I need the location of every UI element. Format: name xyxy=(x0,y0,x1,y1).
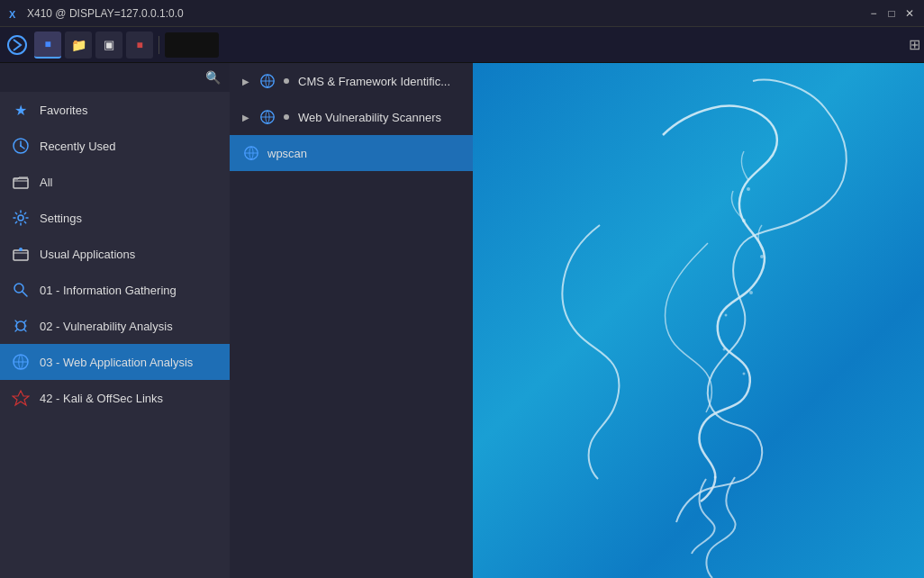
dragon-icon xyxy=(12,389,30,407)
search-icon[interactable]: 🔍 xyxy=(205,70,221,85)
menu-item-vuln-analysis[interactable]: 02 - Vulnerability Analysis xyxy=(0,308,230,344)
info-gathering-label: 01 - Information Gathering xyxy=(40,284,177,297)
web-vuln-globe-icon xyxy=(259,109,276,125)
favorites-icon: ★ xyxy=(11,100,31,120)
cms-globe-icon xyxy=(259,73,276,89)
maximize-button[interactable]: □ xyxy=(884,6,899,21)
app-icon: X xyxy=(7,6,22,21)
all-label: All xyxy=(40,176,52,189)
usual-apps-icon xyxy=(11,244,31,264)
kali-dragon-svg xyxy=(483,63,915,578)
wpscan-icon xyxy=(242,144,260,162)
apps-folder-icon xyxy=(12,245,30,263)
svg-text:X: X xyxy=(9,9,16,20)
taskbar-item-folder[interactable]: 📁 xyxy=(65,32,92,59)
web-vuln-label: Web Vulnerability Scanners xyxy=(298,111,441,124)
web-app-label: 03 - Web Application Analysis xyxy=(40,356,193,369)
settings-icon xyxy=(11,208,31,228)
vuln-analysis-label: 02 - Vulnerability Analysis xyxy=(40,320,173,333)
taskbar-display-area xyxy=(165,32,219,58)
wpscan-label: wpscan xyxy=(267,147,307,160)
cms-dot xyxy=(284,78,289,84)
menu-item-all[interactable]: All xyxy=(0,164,230,200)
web-app-icon xyxy=(11,352,31,372)
cms-label: CMS & Framework Identific... xyxy=(298,75,450,88)
kali-icon xyxy=(11,388,31,408)
taskbar-separator xyxy=(159,36,159,54)
cms-icon xyxy=(258,72,276,90)
settings-label: Settings xyxy=(40,212,82,225)
web-vuln-arrow-icon: ▶ xyxy=(242,113,249,122)
clock-icon xyxy=(12,137,30,155)
svg-point-3 xyxy=(20,145,22,147)
web-vuln-icon xyxy=(258,108,276,126)
folder-icon xyxy=(12,173,30,191)
favorites-label: Favorites xyxy=(40,104,87,117)
menu-item-web-app[interactable]: 03 - Web Application Analysis xyxy=(0,344,230,380)
taskbar-item-red[interactable]: ■ xyxy=(126,32,153,59)
menu-item-favorites[interactable]: ★ Favorites xyxy=(0,92,230,128)
svg-marker-11 xyxy=(13,391,29,405)
main-area: 🔍 ★ Favorites Recently Used xyxy=(0,63,924,578)
svg-rect-6 xyxy=(14,250,28,260)
close-button[interactable]: ✕ xyxy=(902,6,917,21)
bug-icon xyxy=(12,317,30,335)
taskbar-logo[interactable] xyxy=(4,32,31,59)
gear-icon xyxy=(12,209,30,227)
cms-arrow-icon: ▶ xyxy=(242,77,249,86)
menu-item-settings[interactable]: Settings xyxy=(0,200,230,236)
taskbar-item-blue[interactable]: ■ xyxy=(34,32,61,59)
taskbar-item-terminal[interactable]: ▣ xyxy=(95,32,122,59)
globe-icon xyxy=(12,353,30,371)
taskbar: ■ 📁 ▣ ■ ⊞ xyxy=(0,27,924,63)
all-icon xyxy=(11,172,31,192)
title-bar-controls: − □ ✕ xyxy=(866,6,917,21)
usual-applications-label: Usual Applications xyxy=(40,248,135,261)
svg-point-21 xyxy=(743,373,746,375)
svg-point-5 xyxy=(18,215,23,221)
submenu-panel: ▶ CMS & Framework Identific... ▶ Web Vul… xyxy=(230,63,473,578)
search-bar: 🔍 xyxy=(0,63,230,92)
web-vuln-dot xyxy=(284,114,289,120)
submenu-item-wpscan[interactable]: wpscan xyxy=(230,135,473,171)
taskbar-right-icon[interactable]: ⊞ xyxy=(909,36,920,53)
submenu-item-cms[interactable]: ▶ CMS & Framework Identific... xyxy=(230,63,473,99)
taskbar-right: ⊞ xyxy=(909,36,920,53)
menu-item-usual-applications[interactable]: Usual Applications xyxy=(0,236,230,272)
magnify-icon xyxy=(12,281,30,299)
menu-item-recently-used[interactable]: Recently Used xyxy=(0,128,230,164)
svg-point-19 xyxy=(725,314,728,317)
recently-used-label: Recently Used xyxy=(40,140,116,153)
svg-point-1 xyxy=(8,36,26,54)
svg-point-17 xyxy=(760,255,764,258)
info-gathering-icon xyxy=(11,280,31,300)
svg-point-15 xyxy=(747,187,750,191)
svg-point-22 xyxy=(714,476,717,479)
menu-item-info-gathering[interactable]: 01 - Information Gathering xyxy=(0,272,230,308)
svg-point-18 xyxy=(749,291,753,294)
submenu-item-web-vuln[interactable]: ▶ Web Vulnerability Scanners xyxy=(230,99,473,135)
svg-point-16 xyxy=(742,219,746,222)
vuln-icon xyxy=(11,316,31,336)
minimize-button[interactable]: − xyxy=(866,6,881,21)
menu-item-kali-links[interactable]: 42 - Kali & OffSec Links xyxy=(0,380,230,416)
title-bar: X X410 @ DISPLAY=127.0.0.1:0.0 − □ ✕ xyxy=(0,0,924,27)
left-menu: 🔍 ★ Favorites Recently Used xyxy=(0,63,230,578)
svg-rect-4 xyxy=(14,178,28,188)
title-bar-left: X X410 @ DISPLAY=127.0.0.1:0.0 xyxy=(7,6,184,21)
svg-point-7 xyxy=(19,248,23,251)
svg-point-20 xyxy=(723,348,726,351)
title-bar-text: X410 @ DISPLAY=127.0.0.1:0.0 xyxy=(27,7,184,20)
kali-logo-icon xyxy=(6,34,28,56)
wallpaper xyxy=(473,63,924,578)
wpscan-globe-icon xyxy=(243,145,259,161)
recently-used-icon xyxy=(11,136,31,156)
kali-links-label: 42 - Kali & OffSec Links xyxy=(40,392,163,405)
